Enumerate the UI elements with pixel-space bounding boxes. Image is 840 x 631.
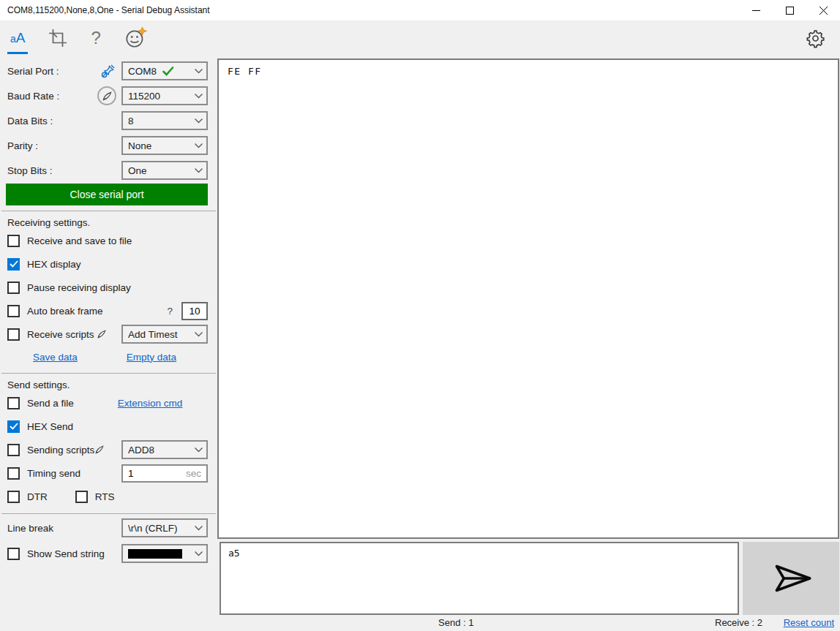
receive-scripts-dropdown[interactable]: Add Timest — [121, 325, 208, 344]
auto-break-checkbox[interactable] — [7, 305, 20, 317]
data-bits-label: Data Bits : — [7, 116, 53, 126]
extension-cmd-link[interactable]: Extension cmd — [118, 398, 183, 409]
close-button[interactable] — [806, 0, 840, 20]
minimize-button[interactable] — [739, 0, 773, 20]
quill-pen-icon — [97, 329, 107, 339]
serial-port-label: Serial Port : — [7, 66, 59, 77]
help-icon: ? — [91, 28, 100, 48]
auto-break-label: Auto break frame — [27, 306, 103, 317]
main-area: FE FF a5 Send : 1 Receive : 2 Reset coun… — [217, 56, 840, 631]
paper-plane-icon — [767, 560, 815, 597]
hex-display-checkbox[interactable] — [7, 258, 20, 271]
send-input[interactable]: a5 — [220, 542, 739, 615]
baud-rate-dropdown[interactable]: 115200 — [121, 86, 208, 105]
timing-send-label: Timing send — [27, 468, 80, 479]
chevron-down-icon — [194, 523, 203, 534]
send-settings-title: Send settings. — [0, 374, 217, 391]
auto-break-help-icon[interactable]: ? — [167, 306, 173, 317]
send-row: a5 — [217, 542, 840, 615]
crop-icon — [48, 29, 67, 48]
chevron-down-icon — [194, 140, 203, 151]
empty-data-link[interactable]: Empty data — [127, 352, 176, 363]
receive-scripts-value: Add Timest — [128, 329, 178, 340]
close-serial-port-button[interactable]: Close serial port — [6, 184, 208, 205]
baud-rate-label: Baud Rate : — [7, 91, 59, 102]
dtr-checkbox[interactable] — [7, 491, 20, 503]
rts-checkbox[interactable] — [75, 491, 88, 503]
chevron-down-icon — [194, 548, 203, 559]
parity-label: Parity : — [7, 140, 38, 151]
edit-baud-rate-button[interactable] — [97, 86, 116, 105]
baud-rate-value: 115200 — [128, 91, 160, 102]
receive-count: Receive : 2 — [715, 617, 762, 628]
settings-button[interactable] — [801, 20, 830, 56]
reset-count-link[interactable]: Reset count — [784, 617, 834, 628]
receive-scripts-checkbox[interactable] — [7, 328, 20, 341]
send-button[interactable] — [743, 542, 839, 615]
receive-display[interactable]: FE FF — [217, 58, 839, 539]
send-file-checkbox[interactable] — [7, 397, 20, 409]
sending-scripts-dropdown[interactable]: ADD8 — [121, 440, 208, 459]
gear-icon — [806, 29, 825, 48]
crop-button[interactable] — [44, 20, 72, 56]
auto-break-ms-input[interactable] — [181, 302, 208, 320]
timing-send-unit: sec — [186, 468, 201, 479]
data-bits-dropdown[interactable]: 8 — [121, 111, 208, 130]
help-button[interactable]: ? — [86, 20, 105, 56]
receive-save-row: Receive and save to file — [0, 229, 217, 252]
hex-send-label: HEX Send — [27, 421, 73, 432]
send-string-color-dropdown[interactable] — [121, 544, 208, 563]
stop-bits-dropdown[interactable]: One — [121, 161, 208, 180]
statusbar: Send : 1 Receive : 2 Reset count — [217, 615, 840, 631]
line-break-label: Line break — [7, 523, 53, 534]
chevron-down-icon — [194, 66, 203, 77]
send-file-row: Send a file Extension cmd — [0, 391, 217, 415]
parity-dropdown[interactable]: None — [121, 136, 208, 155]
send-count: Send : 1 — [438, 617, 473, 628]
timing-send-input[interactable] — [128, 468, 186, 479]
line-break-row: Line break \r\n (CRLF) — [0, 514, 217, 542]
timing-send-checkbox[interactable] — [7, 467, 20, 480]
receive-save-checkbox[interactable] — [7, 235, 20, 247]
receive-scripts-row: Receive scripts Add Timest — [0, 322, 217, 346]
send-file-label: Send a file — [27, 398, 74, 409]
sending-scripts-checkbox[interactable] — [7, 444, 20, 456]
feedback-button[interactable] — [120, 20, 152, 56]
line-break-value: \r\n (CRLF) — [128, 523, 178, 534]
hex-send-checkbox[interactable] — [7, 420, 20, 433]
pause-display-label: Pause receiving display — [27, 282, 131, 293]
serial-port-dropdown[interactable]: COM8 — [121, 61, 208, 80]
parity-row: Parity : None — [0, 133, 217, 158]
parity-value: None — [128, 140, 151, 151]
chevron-down-icon — [194, 445, 203, 456]
hex-display-label: HEX display — [27, 259, 81, 270]
smiley-sparkle-icon — [124, 26, 148, 50]
active-tab-underline — [7, 52, 28, 54]
save-data-link[interactable]: Save data — [33, 352, 78, 363]
receive-save-label: Receive and save to file — [27, 235, 132, 246]
show-send-string-checkbox[interactable] — [7, 548, 20, 560]
maximize-button[interactable] — [773, 0, 806, 20]
data-bits-value: 8 — [128, 116, 134, 126]
sending-scripts-value: ADD8 — [128, 445, 154, 456]
auto-break-row: Auto break frame ? — [0, 299, 217, 322]
edit-receive-script-button[interactable] — [97, 329, 107, 339]
chevron-down-icon — [194, 329, 203, 340]
baud-rate-row: Baud Rate : 115200 — [0, 83, 217, 108]
quill-pen-icon — [94, 445, 105, 455]
receive-scripts-label: Receive scripts — [27, 329, 94, 340]
serial-port-row: Serial Port : COM8 — [0, 58, 217, 83]
app-window: COM8,115200,None,8,One - Serial Debug As… — [0, 0, 840, 631]
window-controls — [739, 0, 840, 20]
line-break-dropdown[interactable]: \r\n (CRLF) — [121, 518, 208, 537]
show-send-string-label: Show Send string — [27, 548, 105, 559]
font-settings-button[interactable]: aA — [6, 20, 29, 56]
serial-port-value: COM8 — [128, 66, 157, 77]
chevron-down-icon — [194, 116, 203, 126]
pause-display-checkbox[interactable] — [7, 282, 20, 294]
edit-sending-script-button[interactable] — [94, 445, 105, 455]
window-title: COM8,115200,None,8,One - Serial Debug As… — [0, 5, 210, 15]
font-icon: aA — [10, 30, 25, 46]
unpin-port-icon[interactable] — [100, 64, 116, 79]
sending-scripts-row: Sending scripts ADD8 — [0, 438, 217, 461]
